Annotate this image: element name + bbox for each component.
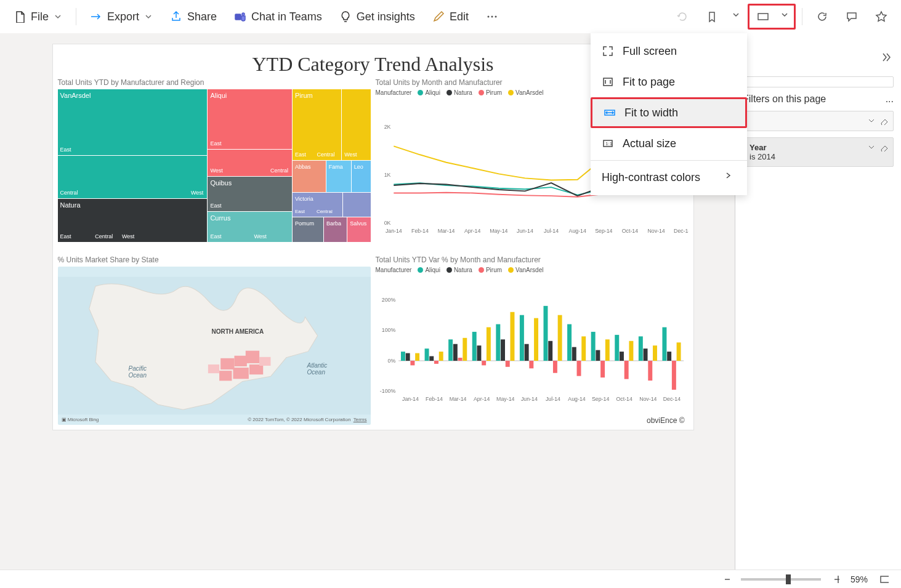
svg-text:0K: 0K	[384, 220, 390, 226]
svg-text:100%: 100%	[381, 327, 395, 333]
svg-rect-85	[648, 361, 652, 381]
tree-reg: West	[191, 190, 203, 196]
svg-rect-53	[448, 339, 453, 361]
chevron-down-icon	[732, 10, 741, 23]
tree-reg: East	[210, 140, 221, 147]
svg-rect-56	[519, 315, 523, 361]
zoom-slider[interactable]	[741, 578, 821, 581]
tree-reg: East	[295, 151, 306, 158]
export-menu[interactable]: Export	[83, 5, 160, 28]
svg-text:1K: 1K	[384, 172, 390, 178]
zoom-out[interactable]	[719, 573, 733, 586]
tree-abbas: Abbas	[295, 164, 311, 170]
zoom-in[interactable]	[828, 573, 843, 586]
teams-icon	[234, 10, 246, 23]
svg-text:0%: 0%	[387, 358, 395, 364]
svg-point-2	[487, 16, 489, 18]
svg-rect-59	[591, 332, 595, 361]
svg-rect-57	[543, 306, 547, 361]
fullscreen-icon	[602, 45, 614, 57]
svg-rect-67	[501, 339, 505, 361]
map-visual[interactable]: % Units Market Share by State	[58, 256, 371, 425]
tree-reg: Central	[317, 209, 333, 214]
tree-pomum: Pomum	[295, 220, 314, 227]
view-fit-page[interactable]: Fit to page	[591, 66, 747, 97]
filter-year-label: Year	[749, 143, 887, 152]
bar-title: Total Units YTD Var % by Month and Manuf…	[376, 256, 689, 264]
filter-search[interactable]	[743, 76, 894, 87]
share-button[interactable]: Share	[163, 5, 224, 28]
map-title: % Units Market Share by State	[58, 256, 371, 264]
filters-collapse[interactable]	[876, 46, 896, 69]
svg-rect-89	[463, 338, 467, 361]
view-fit-width[interactable]: Fit to width	[591, 97, 747, 128]
svg-rect-79	[505, 361, 509, 367]
eraser-icon	[879, 116, 888, 125]
filter-card-blank[interactable]	[743, 111, 894, 131]
svg-point-3	[491, 16, 493, 18]
svg-rect-77	[458, 358, 462, 361]
svg-rect-98	[676, 342, 681, 361]
svg-rect-83	[600, 361, 605, 377]
svg-rect-96	[629, 341, 633, 361]
view-actual-size[interactable]: 1:1 Actual size	[591, 128, 747, 159]
pencil-icon	[432, 10, 445, 23]
eraser-icon	[879, 143, 888, 151]
view-full-screen[interactable]: Full screen	[591, 36, 747, 66]
svg-rect-70	[572, 347, 576, 361]
map-svg	[58, 267, 371, 425]
view-menu: Full screen Fit to page Fit to width 1:1…	[591, 33, 747, 195]
view-hc-label: High-contrast colors	[602, 171, 700, 184]
reset-button[interactable]	[669, 5, 696, 28]
filter-card-year[interactable]: Year is 2014	[743, 137, 894, 167]
svg-rect-80	[529, 361, 533, 368]
favorite-button[interactable]	[868, 5, 895, 28]
svg-rect-6	[604, 78, 612, 86]
svg-rect-63	[405, 353, 410, 361]
more-menu[interactable]	[479, 5, 506, 28]
tree-reg: East	[210, 203, 221, 209]
svg-text:Jun-14: Jun-14	[517, 228, 533, 234]
file-menu[interactable]: File	[6, 5, 70, 28]
tree-reg: Central	[317, 151, 335, 158]
fit-to-page-status[interactable]	[875, 573, 892, 586]
chevron-down-icon	[867, 116, 876, 125]
chat-teams-button[interactable]: Chat in Teams	[227, 5, 329, 28]
tree-reg: Central	[95, 233, 113, 240]
svg-rect-5	[758, 14, 768, 20]
view-button[interactable]	[749, 5, 777, 28]
svg-rect-76	[434, 361, 438, 364]
svg-rect-64	[429, 356, 434, 361]
insights-button[interactable]: Get insights	[332, 5, 422, 28]
map-pac-label: Pacific Ocean	[129, 365, 147, 379]
export-icon	[90, 10, 102, 23]
tree-reg: East	[60, 233, 71, 240]
map-credits: © 2022 TomTom, © 2022 Microsoft Corporat…	[248, 417, 366, 422]
svg-text:Jul-14: Jul-14	[545, 396, 560, 402]
view-chevron[interactable]	[777, 5, 794, 28]
svg-text:Oct-14: Oct-14	[616, 396, 632, 402]
svg-text:Jul-14: Jul-14	[544, 228, 559, 234]
treemap-visual[interactable]: Total Units YTD by Manufacturer and Regi…	[58, 78, 371, 251]
svg-text:1:1: 1:1	[605, 141, 613, 147]
filters-more[interactable]: ...	[886, 94, 894, 105]
edit-button[interactable]: Edit	[425, 5, 476, 28]
zoom-value: 59%	[850, 574, 868, 584]
comments-button[interactable]	[838, 5, 865, 28]
svg-rect-91	[510, 312, 514, 361]
svg-rect-73	[643, 348, 647, 361]
view-high-contrast[interactable]: High-contrast colors	[591, 162, 747, 193]
svg-rect-54	[472, 332, 476, 361]
bar-chart-visual[interactable]: Total Units YTD Var % by Month and Manuf…	[376, 256, 689, 425]
file-label: File	[31, 10, 49, 23]
comment-icon	[846, 10, 858, 23]
svg-text:Feb-14: Feb-14	[426, 396, 443, 402]
fit-width-icon	[604, 107, 616, 119]
refresh-button[interactable]	[809, 5, 836, 28]
svg-rect-71	[596, 350, 600, 361]
minus-icon	[722, 573, 730, 586]
view-fitwidth-label: Fit to width	[624, 107, 678, 119]
bookmark-chevron[interactable]	[728, 5, 745, 28]
ellipsis-icon	[486, 10, 498, 23]
bookmark-button[interactable]	[698, 5, 725, 28]
